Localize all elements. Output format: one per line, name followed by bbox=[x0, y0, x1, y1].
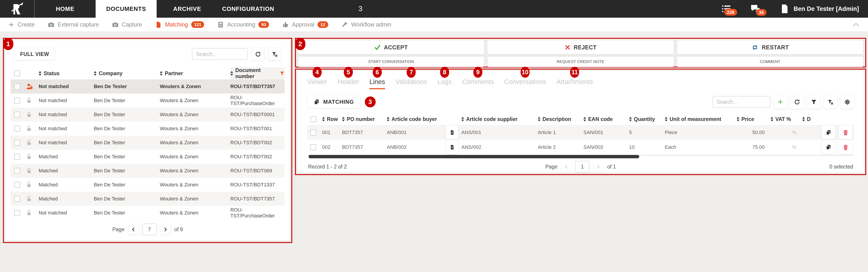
table-row[interactable]: Not matchedBen De Tester Wouters & Zonen… bbox=[11, 136, 285, 150]
next-page-button[interactable] bbox=[160, 224, 170, 235]
matching-button[interactable]: MATCHING bbox=[307, 96, 360, 108]
request-credit-note-button[interactable]: REQUEST CREDIT NOTE bbox=[487, 57, 674, 67]
external-capture-button[interactable]: External capture bbox=[48, 21, 99, 28]
row-checkbox[interactable] bbox=[14, 210, 20, 216]
full-view-button[interactable]: FULL VIEW bbox=[14, 48, 55, 60]
row-checkbox[interactable] bbox=[14, 182, 20, 188]
column-header-description[interactable]: Description bbox=[538, 116, 583, 122]
table-settings-button[interactable] bbox=[840, 95, 854, 109]
line-checkbox[interactable] bbox=[310, 144, 316, 150]
row-checkbox[interactable] bbox=[14, 112, 20, 117]
row-checkbox[interactable] bbox=[14, 168, 20, 174]
tasks-button[interactable]: 226 bbox=[721, 4, 731, 14]
column-header-price[interactable]: Price bbox=[737, 116, 771, 122]
column-header-row[interactable]: Row bbox=[322, 116, 342, 122]
view-article-document-button[interactable] bbox=[446, 140, 458, 154]
tab-lines[interactable]: 6 Lines bbox=[369, 78, 385, 89]
row-checkbox[interactable] bbox=[14, 98, 20, 104]
clear-filter-lines-button[interactable] bbox=[824, 95, 837, 109]
column-header-partner[interactable]: Partner bbox=[160, 71, 230, 77]
column-header-article-code-supplier[interactable]: Article code supplier bbox=[461, 116, 538, 122]
duplicate-line-button[interactable] bbox=[822, 126, 835, 139]
column-header-quantity[interactable]: Quantity bbox=[629, 116, 665, 122]
add-line-button[interactable] bbox=[774, 95, 787, 109]
row-checkbox[interactable] bbox=[14, 140, 20, 146]
tab-viewer[interactable]: 4 Viewer bbox=[307, 78, 327, 89]
create-button[interactable]: Create bbox=[8, 21, 35, 28]
column-header-company[interactable]: Company bbox=[94, 71, 160, 77]
select-all-checkbox[interactable] bbox=[14, 71, 20, 76]
table-row[interactable]: MatchedBen De Tester Wouters & ZonenROU-… bbox=[11, 192, 285, 206]
column-header-document-number[interactable]: Document number bbox=[230, 67, 285, 80]
document-search-input[interactable] bbox=[192, 48, 248, 60]
table-row[interactable]: Not matchedBen De Tester Wouters & Zonen… bbox=[11, 108, 285, 121]
table-row[interactable]: MatchedBen De Tester Wouters & ZonenROU-… bbox=[11, 178, 285, 192]
messages-button[interactable]: 35 bbox=[750, 4, 761, 14]
nav-tab-documents[interactable]: DOCUMENTS bbox=[96, 0, 157, 18]
clear-filter-button[interactable] bbox=[268, 48, 281, 60]
column-header-po-number[interactable]: PO number bbox=[342, 116, 387, 122]
page-number-input[interactable] bbox=[142, 223, 157, 235]
tab-attachments[interactable]: 11 Attachments bbox=[557, 78, 593, 89]
line-row[interactable]: 001 BDT7357 ANB/001 ANS/001 Article 1 SA… bbox=[307, 125, 854, 140]
select-all-lines-checkbox[interactable] bbox=[310, 116, 316, 122]
row-checkbox[interactable] bbox=[14, 84, 20, 89]
table-row[interactable]: Not matchedBen De Tester Wouters & Zonen… bbox=[11, 80, 285, 93]
app-logo[interactable] bbox=[0, 0, 35, 18]
table-row[interactable]: Not matchedBen De Tester Wouters & Zonen… bbox=[11, 121, 285, 136]
table-row[interactable]: Not matchedBen De Tester Wouters & Zonen… bbox=[11, 93, 285, 108]
column-header-d[interactable]: D bbox=[802, 116, 812, 122]
tab-comments[interactable]: 9 Comments bbox=[462, 78, 494, 89]
accounting-button[interactable]: Accounting 93 bbox=[217, 21, 269, 28]
tab-validations[interactable]: 7 Validations bbox=[396, 78, 427, 89]
delete-line-button[interactable] bbox=[839, 140, 852, 154]
start-conversation-button[interactable]: START CONVERSATION bbox=[298, 57, 484, 67]
filter-lines-button[interactable] bbox=[807, 95, 820, 109]
active-filter-icon[interactable] bbox=[280, 71, 285, 76]
previous-page-button[interactable] bbox=[128, 224, 138, 235]
sort-icon[interactable] bbox=[160, 71, 162, 76]
comment-button[interactable]: COMMENT bbox=[677, 57, 863, 67]
sort-icon[interactable] bbox=[230, 71, 233, 76]
column-header-unit-of-measurement[interactable]: Unit of measurement bbox=[665, 116, 737, 122]
page-number-input[interactable] bbox=[575, 161, 590, 172]
sort-icon[interactable] bbox=[94, 71, 96, 76]
collapse-toolbar-button[interactable] bbox=[852, 21, 860, 29]
capture-button[interactable]: Capture bbox=[112, 21, 142, 28]
tab-logs[interactable]: 8 Logs bbox=[437, 78, 452, 89]
column-header-vat[interactable]: VAT % bbox=[771, 116, 802, 122]
lines-search-input[interactable] bbox=[712, 96, 770, 108]
column-header-ean-code[interactable]: EAN code bbox=[583, 116, 629, 122]
previous-page-button[interactable] bbox=[561, 161, 571, 172]
refresh-button[interactable] bbox=[252, 48, 264, 60]
nav-tab-home[interactable]: HOME bbox=[35, 0, 96, 18]
reject-button[interactable]: REJECT bbox=[487, 40, 674, 54]
line-row[interactable]: 002 BDT7357 ANB/002 ANS/002 Article 2 SA… bbox=[307, 140, 854, 155]
next-page-button[interactable] bbox=[593, 161, 603, 172]
matching-nav-button[interactable]: Matching 121 bbox=[155, 21, 204, 28]
workflow-admin-button[interactable]: Workflow admin bbox=[341, 21, 391, 28]
row-checkbox[interactable] bbox=[14, 154, 20, 160]
user-menu[interactable]: Ben De Tester [Admin] bbox=[780, 4, 859, 14]
annotated-region-document-list: 1 FULL VIEW Status bbox=[3, 38, 292, 243]
column-header-article-code-buyer[interactable]: Article code buyer bbox=[387, 116, 461, 122]
restart-button[interactable]: RESTART bbox=[677, 40, 863, 54]
view-article-document-button[interactable] bbox=[446, 126, 458, 139]
duplicate-line-button[interactable] bbox=[822, 140, 835, 154]
table-row[interactable]: Not matchedBen De Tester Wouters & Zonen… bbox=[11, 206, 285, 220]
row-checkbox[interactable] bbox=[14, 126, 20, 132]
nav-tab-archive[interactable]: ARCHIVE bbox=[157, 0, 218, 18]
nav-tab-configuration[interactable]: CONFIGURATION bbox=[218, 0, 279, 18]
tab-header[interactable]: 5 Header bbox=[338, 78, 359, 89]
sort-icon[interactable] bbox=[39, 71, 41, 76]
table-row[interactable]: MatchedBen De Tester Wouters & ZonenROU-… bbox=[11, 164, 285, 178]
accept-button[interactable]: ACCEPT bbox=[298, 40, 484, 54]
refresh-lines-button[interactable] bbox=[790, 95, 804, 109]
row-checkbox[interactable] bbox=[14, 196, 20, 202]
line-checkbox[interactable] bbox=[310, 130, 316, 135]
approval-button[interactable]: Approval 12 bbox=[282, 21, 328, 28]
delete-line-button[interactable] bbox=[839, 126, 852, 139]
tab-conversations[interactable]: 10 Conversations bbox=[504, 78, 546, 89]
column-header-status[interactable]: Status bbox=[39, 71, 94, 77]
table-row[interactable]: MatchedBen De Tester Wouters & ZonenROU-… bbox=[11, 150, 285, 164]
